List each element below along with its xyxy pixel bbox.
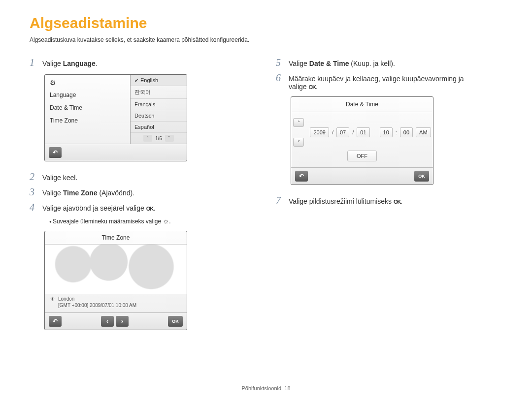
- step-bold: Date & Time: [309, 60, 349, 67]
- dst-sun-icon: [163, 218, 169, 225]
- step-text: .: [96, 60, 98, 67]
- step-text: Valige: [42, 189, 63, 197]
- step-7: 7 Valige pildistusrežiimi lülitumiseks O…: [276, 195, 502, 206]
- ok-icon: OK: [394, 199, 401, 205]
- pager-down-icon[interactable]: ˅: [165, 135, 174, 142]
- step-text: (Ajavöönd).: [98, 189, 134, 197]
- step-number: 1: [30, 57, 38, 68]
- date-separator: /: [352, 129, 354, 135]
- pager-up-icon[interactable]: ˄: [143, 135, 152, 142]
- step-bold: Language: [63, 60, 96, 67]
- step-text: Valige keel.: [42, 174, 77, 182]
- step-number: 2: [30, 171, 38, 183]
- step-4-sub: Suveajale ülemineku määramiseks valige .: [49, 217, 256, 225]
- sun-icon[interactable]: ☀: [50, 296, 55, 303]
- menu-item-time-zone[interactable]: Time Zone: [50, 114, 125, 127]
- hour-cell[interactable]: 10: [380, 127, 393, 137]
- page-title: Algseadistamine: [30, 15, 502, 31]
- language-option-francais[interactable]: Français: [131, 99, 187, 110]
- step-3: 3 Valige Time Zone (Ajavöönd).: [30, 186, 256, 198]
- time-separator: :: [396, 129, 397, 135]
- ok-icon: OK: [146, 206, 154, 212]
- page-footer: Põhifunktsioonid 18: [0, 385, 532, 391]
- gear-icon: ⚙: [50, 79, 125, 89]
- step-text: (Kuup. ja kell).: [349, 60, 395, 67]
- datetime-header: Date & Time: [291, 97, 433, 112]
- step-4: 4 Valige ajavöönd ja seejärel valige OK.: [30, 202, 256, 213]
- down-arrow-button[interactable]: ˅: [293, 138, 304, 147]
- language-option-english[interactable]: English: [131, 75, 187, 86]
- step-number: 4: [30, 202, 38, 213]
- language-option-deutsch[interactable]: Deutsch: [131, 110, 187, 122]
- menu-item-language[interactable]: Language: [50, 89, 125, 101]
- month-cell[interactable]: 07: [336, 127, 349, 137]
- step-text: Valige pildistusrežiimi lülitumiseks: [289, 197, 394, 205]
- step-number: 6: [276, 72, 285, 84]
- date-separator: /: [332, 129, 333, 135]
- language-pager: ˄ 1/6 ˅: [131, 133, 187, 144]
- timezone-detail: [GMT +00:00] 2009/07/01 10:00 AM: [58, 302, 136, 308]
- ok-button[interactable]: OK: [414, 171, 429, 182]
- pager-text: 1/6: [155, 136, 162, 141]
- timezone-panel: Time Zone ☀ London [GMT +00:00] 2009/07/…: [44, 231, 187, 330]
- step-5: 5 Valige Date & Time (Kuup. ja kell).: [276, 57, 502, 68]
- step-text: Valige: [42, 60, 63, 67]
- world-map[interactable]: [45, 245, 187, 294]
- ok-button[interactable]: OK: [168, 316, 183, 327]
- ampm-cell[interactable]: AM: [416, 127, 431, 137]
- ok-icon: OK: [308, 84, 316, 90]
- back-button[interactable]: ↶: [49, 147, 62, 158]
- minute-cell[interactable]: 00: [400, 127, 413, 137]
- timezone-city: London: [58, 296, 136, 302]
- step-6: 6 Määrake kuupäev ja kellaaeg, valige ku…: [276, 72, 502, 91]
- timezone-header: Time Zone: [45, 231, 187, 245]
- language-option-korean[interactable]: 한국어: [131, 86, 187, 99]
- step-number: 7: [276, 195, 285, 206]
- up-arrow-button[interactable]: ˄: [293, 118, 304, 127]
- year-cell[interactable]: 2009: [310, 127, 329, 137]
- step-1: 1 Valige Language.: [30, 57, 256, 68]
- datetime-panel: Date & Time ˄ ˅ 2009 / 07 / 01 10 : 00: [291, 96, 433, 185]
- language-panel: ⚙ Language Date & Time Time Zone English…: [44, 74, 187, 161]
- step-number: 5: [276, 57, 285, 68]
- step-bold: Time Zone: [63, 189, 98, 197]
- language-option-espanol[interactable]: Español: [131, 122, 187, 133]
- menu-item-date-time[interactable]: Date & Time: [50, 101, 125, 114]
- right-arrow-button[interactable]: ›: [116, 316, 129, 327]
- step-number: 3: [30, 186, 38, 198]
- step-text: valige: [289, 83, 308, 91]
- step-2: 2 Valige keel.: [30, 171, 256, 183]
- date-format-off[interactable]: OFF: [347, 151, 377, 161]
- day-cell[interactable]: 01: [357, 127, 369, 137]
- step-text: Valige ajavöönd ja seejärel valige: [42, 204, 146, 212]
- intro-text: Algseadistuskuva kuvatakse selleks, et s…: [30, 36, 502, 43]
- check-icon: [134, 77, 138, 83]
- step-text: Valige: [289, 60, 309, 67]
- step-text: Määrake kuupäev ja kellaaeg, valige kuup…: [289, 75, 464, 83]
- left-arrow-button[interactable]: ‹: [101, 316, 114, 327]
- back-button[interactable]: ↶: [295, 171, 308, 182]
- back-button[interactable]: ↶: [49, 316, 62, 327]
